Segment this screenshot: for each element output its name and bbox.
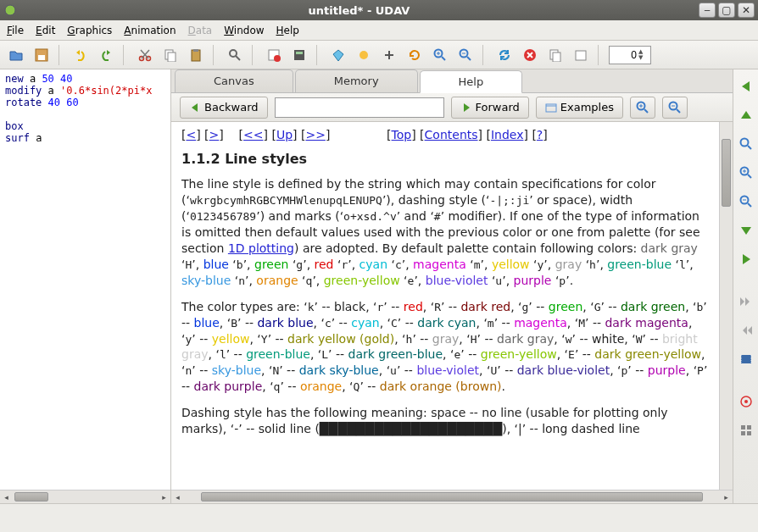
svg-point-24: [740, 139, 748, 147]
redo-icon[interactable]: [95, 44, 117, 66]
nav-contents[interactable]: Contents: [425, 128, 478, 141]
help-vscrollbar[interactable]: [719, 122, 733, 490]
svg-rect-8: [193, 49, 198, 52]
help-nav-links: [<] [>] [<<] [Up] [>>] [Top] [Contents] …: [181, 127, 709, 143]
arrow-left-icon: [189, 102, 201, 114]
examples-button[interactable]: Examples: [536, 97, 623, 119]
nav-help[interactable]: ?: [537, 128, 543, 141]
nav-prev[interactable]: <: [186, 128, 196, 141]
svg-point-0: [5, 5, 15, 15]
menu-file[interactable]: File: [7, 25, 24, 36]
examples-icon: [545, 102, 557, 114]
find-icon[interactable]: [224, 44, 246, 66]
menu-window[interactable]: Window: [224, 25, 264, 36]
menu-animation[interactable]: Animation: [124, 25, 176, 36]
zoom-out-icon: [668, 101, 682, 114]
code-editor[interactable]: new a 50 40modify a '0.6*sin(2*pi*xrotat…: [0, 69, 171, 503]
nav-last[interactable]: >>: [305, 128, 325, 141]
tab-help[interactable]: Help: [420, 70, 523, 93]
statusbar: [0, 503, 758, 530]
svg-rect-6: [168, 53, 176, 62]
backward-button[interactable]: Backward: [180, 97, 268, 119]
calc-icon[interactable]: [288, 44, 310, 66]
help-search-input[interactable]: [275, 97, 444, 118]
cut-icon[interactable]: [134, 44, 156, 66]
zoom-out-icon[interactable]: [454, 44, 477, 66]
svg-rect-12: [294, 50, 304, 60]
layout-icon[interactable]: [736, 420, 756, 441]
svg-rect-27: [741, 355, 751, 363]
svg-rect-19: [553, 53, 560, 62]
undo-icon[interactable]: [70, 44, 92, 66]
menu-graphics[interactable]: Graphics: [67, 25, 112, 36]
skip-forward-icon[interactable]: [736, 291, 756, 312]
insert-icon[interactable]: [263, 44, 285, 66]
skip-backward-icon[interactable]: [736, 320, 756, 341]
menu-help[interactable]: Help: [276, 25, 299, 36]
app-icon: [3, 3, 17, 17]
diamond-icon[interactable]: [327, 44, 349, 66]
zoom-in-side-icon[interactable]: [736, 163, 756, 183]
svg-rect-31: [747, 425, 751, 429]
copy-icon[interactable]: [159, 44, 181, 66]
tab-bar: Canvas Memory Help: [171, 69, 733, 93]
code-hscrollbar[interactable]: ◂ ▸: [0, 490, 170, 503]
svg-rect-32: [741, 431, 745, 435]
svg-rect-20: [576, 51, 586, 60]
doc-para-3: Dashing style has the following meaning:…: [181, 405, 709, 437]
svg-rect-30: [741, 425, 745, 429]
svg-rect-2: [38, 55, 45, 60]
sun-icon[interactable]: [353, 44, 375, 66]
nav-next[interactable]: >: [209, 128, 220, 141]
minimize-button[interactable]: ‒: [699, 3, 716, 18]
open-icon[interactable]: [5, 44, 27, 66]
zoom-in-icon[interactable]: [429, 44, 451, 66]
svg-point-29: [744, 400, 748, 403]
menu-data: Data: [188, 25, 213, 36]
svg-rect-21: [546, 104, 556, 112]
film-icon[interactable]: [736, 349, 756, 369]
arrow-left-green-icon[interactable]: [736, 76, 756, 97]
help-hscrollbar[interactable]: ◂ ▸: [171, 490, 733, 503]
target-icon[interactable]: [736, 391, 756, 412]
svg-point-11: [274, 55, 281, 62]
arrow-right-green-icon[interactable]: [736, 249, 756, 269]
stop-icon[interactable]: [519, 44, 541, 66]
main-toolbar: ▲▼: [0, 41, 758, 69]
menu-edit[interactable]: Edit: [36, 25, 55, 36]
doc-para-1: The line style is defined by the string …: [181, 176, 709, 288]
tab-memory[interactable]: Memory: [295, 69, 418, 92]
zoom-out-side-icon[interactable]: [736, 191, 756, 212]
rotate-icon[interactable]: [404, 44, 426, 66]
nav-first[interactable]: <<: [243, 128, 263, 141]
zoom-in-icon: [636, 101, 649, 114]
zoom-reset-icon[interactable]: [736, 134, 756, 154]
help-toolbar: Backward Forward Examples: [171, 93, 733, 122]
forward-button[interactable]: Forward: [451, 97, 529, 119]
grid-icon[interactable]: [378, 44, 400, 66]
close-button[interactable]: ✕: [738, 3, 755, 18]
window-title: untitled* - UDAV: [22, 4, 696, 17]
zoom-in-help-button[interactable]: [630, 97, 655, 119]
arrow-up-green-icon[interactable]: [736, 105, 756, 125]
menubar: File Edit Graphics Animation Data Window…: [0, 20, 758, 41]
svg-rect-13: [296, 52, 303, 54]
arrow-down-green-icon[interactable]: [736, 220, 756, 241]
refresh-icon[interactable]: [493, 44, 516, 66]
svg-point-14: [359, 51, 368, 59]
nav-index[interactable]: Index: [491, 128, 524, 141]
titlebar: untitled* - UDAV ‒ ▢ ✕: [0, 0, 758, 20]
save-icon[interactable]: [31, 44, 53, 66]
paste-icon[interactable]: [185, 44, 207, 66]
frame-input[interactable]: [611, 49, 637, 61]
tab-canvas[interactable]: Canvas: [175, 69, 293, 92]
nav-top[interactable]: Top: [392, 128, 412, 141]
copy-plot-icon[interactable]: [544, 44, 566, 66]
doc-para-2: The color types are: ‘k’ -- black, ‘r’ -…: [181, 299, 709, 395]
export-icon[interactable]: [570, 44, 592, 66]
frame-spinbox[interactable]: ▲▼: [609, 46, 651, 64]
maximize-button[interactable]: ▢: [718, 3, 735, 18]
nav-up[interactable]: Up: [276, 128, 293, 141]
svg-point-9: [230, 50, 237, 57]
zoom-out-help-button[interactable]: [662, 97, 688, 119]
